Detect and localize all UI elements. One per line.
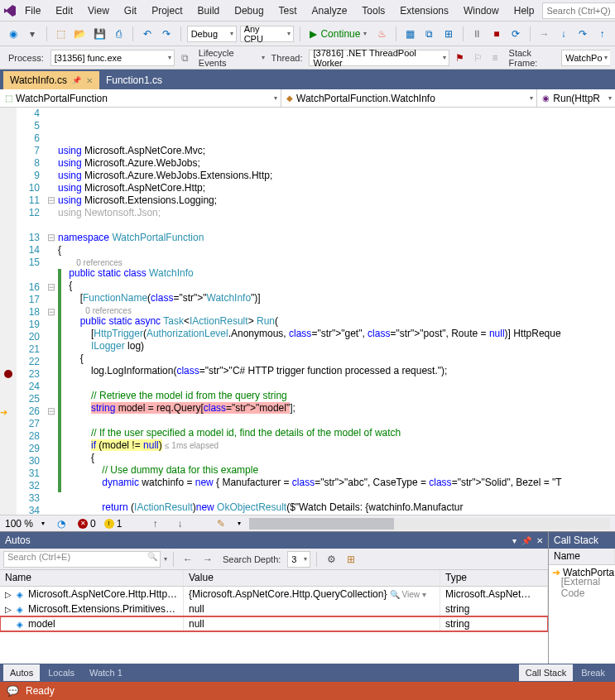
code-area[interactable]: using Microsoft.AspNetCore.Mvc;using Mic… xyxy=(58,108,615,515)
new-project-icon[interactable]: ⬚ xyxy=(53,26,69,42)
var-name: Microsoft.AspNetCore.Http.Http… xyxy=(28,588,177,600)
close-icon[interactable]: ✕ xyxy=(86,76,93,85)
autos-search[interactable]: Search (Ctrl+E) xyxy=(3,551,161,568)
solution-platform-combo[interactable]: Any CPU xyxy=(240,26,295,42)
horizontal-scrollbar[interactable] xyxy=(249,518,610,530)
nav-class-combo[interactable]: ◆ WatchPortalFunction.WatchInfo xyxy=(281,89,537,107)
menu-debug[interactable]: Debug xyxy=(228,2,270,19)
lifecycle-icon[interactable]: ⧉ xyxy=(178,50,192,66)
autos-grid-body[interactable]: ▷◈Microsoft.AspNetCore.Http.Http…{Micros… xyxy=(0,587,548,664)
menu-extensions[interactable]: Extensions xyxy=(393,2,455,19)
col-type[interactable]: Type xyxy=(440,570,548,586)
menu-project[interactable]: Project xyxy=(145,2,189,19)
tab-function1[interactable]: Function1.cs xyxy=(99,71,169,89)
tab-watchinfo[interactable]: WatchInfo.cs 📌 ✕ xyxy=(3,71,99,89)
var-value: {Microsoft.AspNetCore.Http.QueryCollecti… xyxy=(189,588,387,600)
visualizer-icon[interactable]: 🔍 View ▾ xyxy=(390,590,426,599)
lifecycle-label: Lifecycle Events xyxy=(195,48,258,68)
open-icon[interactable]: 📂 xyxy=(72,26,88,42)
btab-callstack[interactable]: Call Stack xyxy=(519,664,574,681)
menu-tools[interactable]: Tools xyxy=(355,2,392,19)
menu-file[interactable]: File xyxy=(18,2,47,19)
prev-issue-icon[interactable]: ↑ xyxy=(147,515,163,532)
next-issue-icon[interactable]: ↓ xyxy=(171,515,188,532)
menu-view[interactable]: View xyxy=(81,2,116,19)
stackframe-combo[interactable]: WatchPo xyxy=(561,50,610,66)
close-icon[interactable]: ✕ xyxy=(536,536,543,545)
restart-icon[interactable]: ⟳ xyxy=(507,26,523,42)
warning-count[interactable]: !1 xyxy=(104,518,123,530)
btab-breakpoints[interactable]: Break xyxy=(574,664,612,681)
tree-icon[interactable]: ⊞ xyxy=(343,551,359,568)
expand-icon[interactable]: ▷ xyxy=(5,590,15,599)
pause-icon[interactable]: ⏸ xyxy=(469,26,485,42)
autos-grid-header: Name Value Type xyxy=(0,570,548,587)
forward-nav-icon[interactable]: ▾ xyxy=(24,26,40,42)
autohide-icon[interactable]: 📌 xyxy=(521,536,531,545)
search-fwd-icon[interactable]: → xyxy=(199,551,216,568)
search-back-icon[interactable]: ← xyxy=(180,551,196,568)
menu-edit[interactable]: Edit xyxy=(49,2,79,19)
step-out-icon[interactable]: ↑ xyxy=(594,26,610,42)
process-combo[interactable]: [31356] func.exe xyxy=(50,50,175,66)
back-nav-icon[interactable]: ◉ xyxy=(5,26,21,42)
flag-icon[interactable]: ⚑ xyxy=(453,50,467,66)
menu-build[interactable]: Build xyxy=(191,2,227,19)
menu-git[interactable]: Git xyxy=(118,2,143,19)
menu-test[interactable]: Test xyxy=(272,2,304,19)
continue-button[interactable]: ▶ Continue ▾ xyxy=(306,28,370,40)
col-name[interactable]: Name xyxy=(549,549,615,564)
step-over-icon[interactable]: ↷ xyxy=(574,26,590,42)
callstack-body[interactable]: ➔WatchPortalFu[External Code xyxy=(549,565,615,664)
autos-row[interactable]: ▷◈Microsoft.Extensions.Primitives.S…null… xyxy=(0,602,548,616)
callstack-row[interactable]: [External Code xyxy=(549,580,615,595)
save-icon[interactable]: 💾 xyxy=(91,26,107,42)
health-icon[interactable]: ◔ xyxy=(53,515,70,532)
col-name[interactable]: Name xyxy=(0,570,184,586)
document-tab-strip: WatchInfo.cs 📌 ✕ Function1.cs xyxy=(0,70,615,89)
thread-combo[interactable]: [37816] .NET ThreadPool Worker xyxy=(309,50,449,66)
pin-icon[interactable]: 📌 xyxy=(72,76,81,84)
variable-icon: ◈ xyxy=(17,590,26,599)
zoom-level[interactable]: 100 % xyxy=(5,518,33,530)
tool3-icon[interactable]: ⊞ xyxy=(440,26,456,42)
autos-row[interactable]: ▷◈Microsoft.AspNetCore.Http.Http…{Micros… xyxy=(0,587,548,602)
breakpoint-icon[interactable] xyxy=(4,370,12,378)
bottom-panels: Autos ▾ 📌 ✕ Search (Ctrl+E) ▾ ← → Search… xyxy=(0,531,615,664)
threads-icon[interactable]: ⚐ xyxy=(471,50,485,66)
brush-icon[interactable]: ✎ xyxy=(213,515,229,532)
btab-autos[interactable]: Autos xyxy=(3,664,40,681)
nav-project-combo[interactable]: ⬚ WatchPortalFunction xyxy=(0,89,281,107)
stop-icon[interactable]: ■ xyxy=(488,26,504,42)
hot-reload-icon[interactable]: ♨ xyxy=(373,26,389,42)
filter-icon[interactable]: ⚙ xyxy=(323,551,339,568)
nav-method-combo[interactable]: ◉ Run(HttpR xyxy=(537,89,615,107)
screenshot-icon[interactable]: ⧉ xyxy=(421,26,437,42)
redo-icon[interactable]: ↷ xyxy=(158,26,174,42)
menu-analyze[interactable]: Analyze xyxy=(305,2,354,19)
outlining-gutter[interactable]: ⊟⊟⊟⊟⊟ xyxy=(45,108,58,515)
menu-help[interactable]: Help xyxy=(507,2,541,19)
undo-icon[interactable]: ↶ xyxy=(139,26,155,42)
bottom-tab-strip: Autos Locals Watch 1 Call Stack Break xyxy=(0,664,615,682)
solution-config-combo[interactable]: Debug xyxy=(187,26,237,42)
output-icon[interactable]: 💬 xyxy=(7,685,19,697)
breakpoint-gutter[interactable]: ➔ xyxy=(0,108,17,515)
window-menu-icon[interactable]: ▾ xyxy=(512,536,517,545)
menu-window[interactable]: Window xyxy=(457,2,506,19)
code-editor[interactable]: ➔ 45678910111213141516171819202122232425… xyxy=(0,108,615,515)
autos-title: Autos xyxy=(5,535,31,546)
step-into-icon[interactable]: ↓ xyxy=(555,26,571,42)
quick-launch-search[interactable] xyxy=(542,2,615,19)
error-count[interactable]: ✕0 xyxy=(78,518,96,530)
autos-row[interactable]: ◈modelnullstring xyxy=(0,616,548,631)
threads2-icon[interactable]: ≡ xyxy=(488,50,502,66)
expand-icon[interactable]: ▷ xyxy=(5,605,15,614)
search-depth-combo[interactable]: 3 xyxy=(287,551,310,568)
save-all-icon[interactable]: ⎙ xyxy=(111,26,127,42)
col-value[interactable]: Value xyxy=(184,570,440,586)
btab-watch1[interactable]: Watch 1 xyxy=(83,664,129,681)
step-tool-icon[interactable]: ▦ xyxy=(402,26,418,42)
show-next-icon[interactable]: → xyxy=(536,26,552,42)
btab-locals[interactable]: Locals xyxy=(41,664,81,681)
